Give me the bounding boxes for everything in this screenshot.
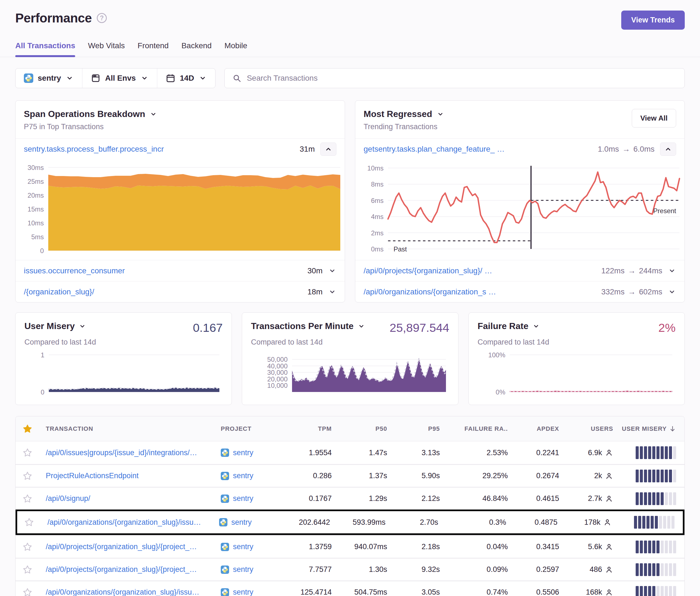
svg-text:20ms: 20ms — [27, 191, 44, 199]
date-range-filter[interactable]: 14D — [157, 69, 215, 88]
transaction-link[interactable]: /api/0/projects/{organization_slug}/{pro… — [39, 543, 221, 551]
transaction-link[interactable]: ProjectRuleActionsEndpoint — [39, 471, 221, 480]
transactions-per-minute-panel: Transactions Per Minute25,897.544Compare… — [242, 312, 458, 405]
project-link[interactable]: sentry — [233, 494, 253, 503]
transaction-link[interactable]: /api/0/projects/{organization_slug}/{pro… — [39, 565, 221, 574]
misery-bar — [636, 563, 639, 576]
tab-all-transactions[interactable]: All Transactions — [15, 41, 75, 57]
mini-panel-title[interactable]: User Misery — [24, 321, 86, 331]
transaction-link[interactable]: /api/0/organizations/{organization_s … — [364, 287, 601, 296]
tab-web-vitals[interactable]: Web Vitals — [88, 41, 125, 57]
misery-bar — [656, 541, 659, 553]
expand-chevron-down-button[interactable] — [668, 288, 676, 296]
transaction-link[interactable]: getsentry.tasks.plan_change_feature_ … — [364, 145, 598, 154]
user_misery_trend-chart: 10 — [24, 351, 223, 397]
user-misery-bars — [613, 492, 684, 505]
misery-bar — [656, 586, 659, 596]
column-header-misery[interactable]: USER MISERY — [613, 425, 684, 433]
svg-text:10,000: 10,000 — [267, 382, 288, 389]
collapse-chevron-up-button[interactable] — [320, 142, 336, 156]
mini-panel-title[interactable]: Failure Rate — [478, 321, 540, 331]
tpm-value: 1.9554 — [284, 448, 332, 457]
failure-value: 46.84% — [440, 494, 508, 503]
page-header: Performance ? View Trends — [0, 0, 700, 30]
span-operation-row: sentry.tasks.process_buffer.process_incr… — [16, 138, 345, 160]
project-link[interactable]: sentry — [233, 588, 253, 596]
users-value: 168k — [559, 588, 613, 596]
favorites-star-icon — [16, 424, 39, 434]
transaction-link[interactable]: /api/0/projects/{organization_slug}/ … — [364, 266, 601, 275]
p95-value: 9.32s — [387, 565, 440, 574]
tab-bar: All TransactionsWeb VitalsFrontendBacken… — [15, 41, 685, 57]
table-row: /api/0/projects/{organization_slug}/{pro… — [16, 558, 684, 580]
regression-from-value: 332ms — [601, 287, 625, 296]
svg-text:6ms: 6ms — [371, 197, 383, 204]
misery-bar — [640, 563, 643, 576]
column-header-tpm[interactable]: TPM — [284, 425, 332, 433]
users-value: 486 — [559, 565, 613, 574]
calendar-icon — [166, 73, 176, 83]
expand-chevron-down-button[interactable] — [328, 288, 336, 296]
misery-bar — [640, 470, 643, 482]
user-misery-bars — [613, 470, 684, 482]
project-link[interactable]: sentry — [233, 471, 253, 480]
column-header-p50[interactable]: P50 — [332, 425, 387, 433]
star-icon[interactable] — [16, 565, 39, 575]
star-icon[interactable] — [16, 542, 39, 552]
expand-chevron-down-button[interactable] — [668, 267, 676, 275]
view-all-button[interactable]: View All — [632, 109, 676, 128]
search-transactions-input[interactable] — [247, 74, 677, 83]
star-icon[interactable] — [16, 448, 39, 458]
mini-panel-title[interactable]: Transactions Per Minute — [251, 321, 365, 331]
tpm_trend-chart: 50,00040,00030,00020,00010,000 — [251, 351, 449, 397]
tab-frontend[interactable]: Frontend — [138, 41, 169, 57]
misery-bar — [656, 563, 659, 576]
column-header-p95[interactable]: P95 — [387, 425, 440, 433]
environment-filter[interactable]: All Envs — [82, 69, 157, 88]
span-operations-title[interactable]: Span Operations Breakdown — [24, 109, 157, 119]
transaction-link[interactable]: /api/0/organizations/{organization_slug}… — [39, 588, 221, 596]
misery-bar — [634, 516, 637, 529]
p95-value: 5.90s — [387, 471, 440, 480]
transaction-link[interactable]: issues.occurrence_consumer — [24, 266, 307, 275]
failure-rate-panel: Failure Rate2%Compared to last 14d100%0% — [469, 312, 685, 405]
user-misery-bars — [613, 541, 684, 553]
transaction-link[interactable]: /api/0/signup/ — [39, 494, 221, 503]
project-link[interactable]: sentry — [233, 543, 253, 551]
project-link[interactable]: sentry — [233, 565, 253, 574]
column-header-users[interactable]: USERS — [559, 425, 613, 433]
view-trends-button[interactable]: View Trends — [621, 10, 685, 30]
project-link[interactable]: sentry — [233, 448, 253, 457]
tab-backend[interactable]: Backend — [181, 41, 211, 57]
column-header-apdex[interactable]: APDEX — [508, 425, 559, 433]
misery-bar — [656, 470, 659, 482]
python-project-icon — [221, 543, 229, 551]
project-filter[interactable]: sentry — [16, 69, 82, 88]
python-project-icon — [221, 495, 229, 503]
project-cell: sentry — [221, 448, 284, 457]
transaction-link[interactable]: /api/0/issues|groups/{issue_id}/integrat… — [39, 448, 221, 457]
star-icon[interactable] — [17, 517, 41, 527]
transaction-link[interactable]: /{organization_slug}/ — [24, 287, 307, 296]
column-header-project[interactable]: PROJECT — [221, 425, 284, 433]
help-icon[interactable]: ? — [97, 13, 107, 23]
collapse-chevron-up-button[interactable] — [660, 142, 676, 156]
span-operations-title-text: Span Operations Breakdown — [24, 109, 145, 119]
column-header-failure[interactable]: FAILURE RA.. — [440, 425, 508, 433]
transaction-link[interactable]: /api/0/organizations/{organization_slug}… — [41, 518, 219, 527]
expand-chevron-down-button[interactable] — [328, 267, 336, 275]
column-header-transaction[interactable]: TRANSACTION — [39, 425, 221, 433]
star-icon[interactable] — [16, 471, 39, 481]
most-regressed-title[interactable]: Most Regressed — [364, 109, 444, 119]
star-icon[interactable] — [16, 494, 39, 504]
misery-bar — [673, 492, 676, 505]
tab-mobile[interactable]: Mobile — [224, 41, 247, 57]
mini-panel-subtitle: Compared to last 14d — [478, 338, 676, 346]
mini-panel-title-text: Transactions Per Minute — [251, 321, 354, 331]
failure-value: 0.04% — [440, 543, 508, 551]
misery-bar — [673, 541, 676, 553]
transaction-link[interactable]: sentry.tasks.process_buffer.process_incr — [24, 145, 300, 154]
misery-bar — [673, 586, 676, 596]
project-link[interactable]: sentry — [231, 518, 252, 527]
star-icon[interactable] — [16, 588, 39, 596]
